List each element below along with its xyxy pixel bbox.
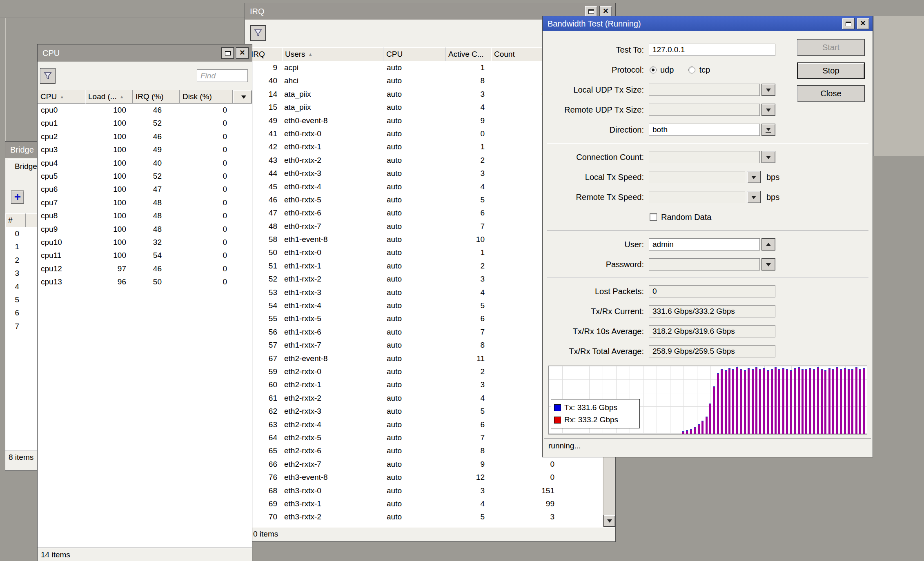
connection-count-input[interactable]	[649, 151, 760, 163]
table-cell: 4	[445, 180, 491, 193]
scroll-down-button[interactable]	[603, 515, 615, 527]
table-cell: eth0-event-8	[282, 114, 383, 127]
local-udp-tx-size-dropdown[interactable]	[761, 84, 775, 96]
table-cell: auto	[383, 405, 445, 418]
column-header-disk[interactable]: Disk (%)	[180, 90, 233, 104]
column-header-active[interactable]: Active C...	[445, 47, 491, 61]
column-header-users[interactable]: Users▲	[282, 47, 383, 61]
close-button[interactable]: ×	[857, 18, 869, 29]
table-row[interactable]: cpu5100520	[38, 170, 252, 183]
table-cell: eth2-event-8	[282, 352, 383, 365]
table-cell: 0	[180, 262, 233, 275]
remote-udp-tx-size-dropdown[interactable]	[761, 104, 775, 116]
udp-radio[interactable]	[650, 67, 657, 73]
table-cell: 9	[445, 458, 491, 471]
user-input[interactable]	[649, 238, 760, 251]
local-udp-tx-size-input[interactable]	[649, 84, 760, 96]
stop-button[interactable]: Stop	[797, 62, 865, 79]
table-row[interactable]: 71eth3-rxtx-3auto6	[245, 524, 603, 527]
test-to-input[interactable]	[649, 44, 775, 56]
table-row[interactable]: cpu8100480	[38, 209, 252, 222]
table-cell: auto	[383, 312, 445, 325]
maximize-button[interactable]	[585, 6, 597, 17]
tx-rx-current-value: 331.6 Gbps/333.2 Gbps	[649, 305, 775, 317]
column-header-load[interactable]: Load (...▲	[85, 90, 133, 104]
bandwidth-titlebar[interactable]: Bandwidth Test (Running) ×	[543, 16, 873, 31]
table-row[interactable]: cpu1396500	[38, 275, 252, 288]
filter-button[interactable]	[40, 68, 56, 84]
column-select-button[interactable]	[233, 90, 252, 104]
column-header-irq[interactable]: IRQ (%)	[133, 90, 180, 104]
table-row[interactable]: 70eth3-rxtx-2auto53	[245, 510, 603, 523]
table-cell: 100	[85, 236, 133, 249]
table-row[interactable]: cpu9100480	[38, 223, 252, 236]
table-cell: auto	[383, 392, 445, 405]
table-row[interactable]: cpu3100490	[38, 143, 252, 156]
remote-udp-tx-size-input[interactable]	[649, 104, 760, 116]
chart-bar	[682, 431, 684, 434]
bandwidth-test-window: Bandwidth Test (Running) × Test To: Prot…	[542, 16, 873, 457]
table-cell: 6	[445, 312, 491, 325]
table-cell: 32	[133, 236, 180, 249]
maximize-button[interactable]	[842, 18, 855, 29]
local-tx-speed-input[interactable]	[649, 171, 745, 183]
chart-bar	[740, 369, 742, 434]
find-input[interactable]	[197, 69, 248, 82]
chart-bar	[824, 370, 826, 434]
table-cell: 0	[5, 227, 19, 240]
table-row[interactable]: cpu7100480	[38, 196, 252, 209]
table-row[interactable]: cpu2100460	[38, 130, 252, 143]
table-cell: 0	[180, 275, 233, 288]
table-cell: 100	[85, 104, 133, 117]
table-cell: 100	[85, 183, 133, 196]
table-row[interactable]: cpu10100320	[38, 236, 252, 249]
local-udp-tx-size-label: Local UDP Tx Size:	[547, 84, 644, 96]
table-row[interactable]: cpu6100470	[38, 183, 252, 196]
table-row[interactable]: 69eth3-rxtx-1auto499	[245, 497, 603, 510]
local-tx-speed-dropdown[interactable]	[747, 171, 761, 183]
random-data-checkbox[interactable]	[650, 213, 657, 221]
table-cell: 6	[5, 306, 19, 319]
column-header-cpu[interactable]: CPU	[383, 47, 445, 61]
table-row[interactable]: cpu1297460	[38, 262, 252, 275]
maximize-button[interactable]	[221, 47, 234, 59]
close-button[interactable]: ×	[236, 47, 249, 59]
column-header-cpu[interactable]: CPU▲	[38, 90, 85, 104]
direction-combo[interactable]	[649, 124, 760, 136]
close-button[interactable]: Close	[797, 85, 865, 102]
start-button[interactable]: Start	[797, 39, 865, 56]
table-row[interactable]: cpu0100460	[38, 104, 252, 117]
tcp-radio[interactable]	[688, 67, 695, 73]
table-cell: eth1-rxtx-2	[282, 273, 383, 286]
table-cell: 100	[85, 249, 133, 262]
column-header-number[interactable]: #	[5, 213, 26, 227]
table-cell: 0	[180, 236, 233, 249]
cpu-titlebar[interactable]: CPU ×	[38, 44, 252, 62]
table-row[interactable]: cpu11100540	[38, 249, 252, 262]
table-cell: eth1-rxtx-6	[282, 326, 383, 339]
password-input[interactable]	[649, 258, 760, 271]
table-cell: 100	[85, 209, 133, 222]
password-dropdown[interactable]	[761, 258, 775, 271]
irq-status-text: 0 items	[253, 530, 278, 538]
add-button[interactable]: +	[11, 191, 24, 204]
remote-tx-speed-input[interactable]	[649, 191, 745, 203]
table-cell: 5	[445, 193, 491, 206]
table-row[interactable]: 66eth2-rxtx-7auto90	[245, 458, 603, 471]
close-button[interactable]: ×	[599, 6, 612, 17]
connection-count-dropdown[interactable]	[761, 151, 775, 163]
table-cell: 0	[180, 104, 233, 117]
remote-tx-speed-dropdown[interactable]	[747, 191, 761, 203]
chart-bar	[851, 369, 853, 434]
table-cell: 0	[180, 157, 233, 170]
user-up-button[interactable]	[761, 238, 775, 251]
table-row[interactable]: cpu1100520	[38, 117, 252, 130]
table-row[interactable]: cpu4100400	[38, 157, 252, 170]
table-row[interactable]: 76eth3-event-8auto120	[245, 471, 603, 484]
table-cell: eth0-rxtx-6	[282, 206, 383, 220]
table-cell: auto	[383, 431, 445, 444]
filter-button[interactable]	[250, 25, 266, 41]
chart-bar	[802, 369, 804, 434]
table-row[interactable]: 68eth3-rxtx-0auto3151	[245, 484, 603, 497]
direction-dropdown[interactable]	[761, 124, 775, 136]
